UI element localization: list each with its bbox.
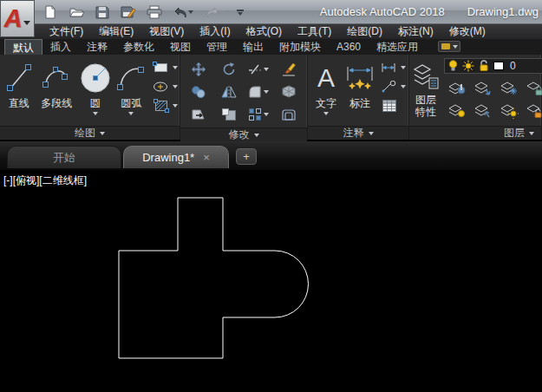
- save-as-button[interactable]: [118, 3, 139, 22]
- array-dropdown-caret[interactable]: [264, 113, 269, 116]
- file-tab-drawing1[interactable]: Drawing1* ×: [123, 146, 229, 168]
- layer-unlock-all-button[interactable]: [522, 100, 542, 122]
- menu-insert[interactable]: 插入(I): [192, 24, 238, 39]
- application-menu-caret: [23, 21, 30, 25]
- application-menu-button[interactable]: A: [0, 0, 35, 37]
- circle-tool-button[interactable]: 圆: [77, 56, 114, 126]
- linear-dimension-button[interactable]: [381, 60, 406, 75]
- menu-file[interactable]: 文件(F): [42, 24, 91, 39]
- qat-customize-button[interactable]: [232, 3, 248, 22]
- draw-panel-label[interactable]: 绘图: [0, 126, 180, 140]
- menu-edit[interactable]: 编辑(E): [91, 24, 141, 39]
- arc-dropdown-caret[interactable]: [128, 112, 134, 115]
- drawing-canvas[interactable]: [-][俯视][二维线框]: [0, 170, 542, 392]
- ribbon-tab-addins[interactable]: 附加模块: [271, 39, 329, 55]
- undo-button[interactable]: [170, 3, 196, 22]
- line-label: 直线: [9, 97, 29, 109]
- modify-panel-label[interactable]: 修改: [180, 127, 307, 141]
- circle-label: 圆: [90, 97, 101, 109]
- ribbon-tab-parametric[interactable]: 参数化: [115, 39, 162, 55]
- ribbon-tab-bar: 默认 插入 注释 参数化 视图 管理 输出 附加模块 A360 精选应用: [0, 39, 542, 55]
- redo-dropdown-caret[interactable]: [219, 10, 225, 14]
- rotate-tool-button[interactable]: [214, 58, 245, 81]
- viewport-view-control[interactable]: [俯视]: [13, 174, 40, 186]
- menu-draw[interactable]: 绘图(D): [339, 24, 390, 39]
- arc-label: 圆弧: [121, 97, 141, 109]
- annotate-panel-label[interactable]: 注释: [308, 126, 408, 140]
- erase-tool-button[interactable]: [274, 58, 304, 81]
- viewport-menu-control[interactable]: [-]: [3, 174, 13, 186]
- layer-freeze-button[interactable]: [496, 77, 522, 100]
- layer-select-combo[interactable]: 0: [444, 58, 542, 74]
- trim-tool-button[interactable]: [244, 58, 274, 81]
- ribbon-tab-featured-apps[interactable]: 精选应用: [369, 39, 426, 55]
- array-tool-button[interactable]: [244, 103, 274, 126]
- ribbon-tab-annotate[interactable]: 注释: [79, 39, 115, 55]
- ellipse-tool-button[interactable]: [153, 79, 178, 95]
- ribbon-tab-a360[interactable]: A360: [329, 39, 369, 55]
- ribbon-tab-home[interactable]: 默认: [4, 39, 42, 55]
- ribbon-display-toggle[interactable]: [438, 41, 460, 52]
- drawing-shape-path[interactable]: [119, 198, 309, 358]
- table-button[interactable]: [381, 98, 406, 114]
- layer-lock-button[interactable]: [522, 77, 542, 100]
- layer-match-button[interactable]: [470, 100, 496, 122]
- circle-dropdown-caret[interactable]: [93, 112, 98, 115]
- open-file-button[interactable]: [66, 3, 87, 22]
- ribbon-tab-manage[interactable]: 管理: [199, 39, 235, 55]
- ribbon-tab-output[interactable]: 输出: [235, 39, 271, 55]
- leader-icon: [381, 81, 398, 93]
- ribbon-tab-view[interactable]: 视图: [162, 39, 199, 55]
- text-tool-button[interactable]: A 文字: [310, 56, 343, 126]
- offset-tool-button[interactable]: [274, 103, 304, 126]
- fillet-dropdown-caret[interactable]: [264, 90, 269, 94]
- rectangle-dropdown-caret[interactable]: [173, 66, 178, 69]
- save-button[interactable]: [92, 3, 113, 22]
- layer-thaw-all-button[interactable]: [496, 100, 522, 122]
- plot-button[interactable]: [144, 3, 165, 22]
- line-tool-button[interactable]: 直线: [2, 56, 36, 126]
- menu-view[interactable]: 视图(V): [141, 24, 192, 39]
- stretch-tool-button[interactable]: [184, 103, 214, 126]
- hatch-tool-button[interactable]: [153, 98, 178, 114]
- file-tab-start[interactable]: 开始: [7, 146, 121, 168]
- explode-tool-button[interactable]: [274, 81, 304, 103]
- layers-panel-expand-caret: [529, 132, 534, 135]
- mirror-tool-button[interactable]: [214, 81, 245, 103]
- new-file-button[interactable]: [40, 3, 61, 22]
- ellipse-dropdown-caret[interactable]: [173, 85, 178, 88]
- layer-isolate-button[interactable]: [470, 77, 496, 100]
- redo-button[interactable]: [201, 3, 227, 22]
- rectangle-tool-button[interactable]: [153, 60, 178, 75]
- viewport-visual-style-control[interactable]: [二维线框]: [39, 174, 87, 186]
- layers-panel-label-text: 图层: [504, 126, 525, 140]
- arc-tool-button[interactable]: 圆弧: [113, 56, 149, 126]
- make-object-layer-current-button[interactable]: [444, 77, 470, 100]
- ribbon-tab-insert[interactable]: 插入: [42, 39, 79, 55]
- hatch-dropdown-caret[interactable]: [173, 104, 178, 108]
- offset-icon: [281, 108, 297, 121]
- trim-dropdown-caret[interactable]: [264, 68, 269, 71]
- menu-tools[interactable]: 工具(T): [290, 24, 339, 39]
- layer-match-icon: [473, 103, 493, 119]
- polyline-tool-button[interactable]: 多段线: [36, 56, 77, 126]
- move-tool-button[interactable]: [184, 58, 214, 81]
- layers-panel-label[interactable]: 图层: [409, 126, 541, 140]
- layer-properties-button[interactable]: 图层 特性: [411, 56, 441, 126]
- scale-tool-button[interactable]: [214, 103, 245, 126]
- leader-button[interactable]: [381, 79, 406, 95]
- fillet-tool-button[interactable]: [244, 81, 274, 103]
- undo-dropdown-caret[interactable]: [188, 10, 193, 14]
- copy-tool-button[interactable]: [184, 81, 214, 103]
- dimension-tool-button[interactable]: 标注: [343, 56, 377, 126]
- menu-modify[interactable]: 修改(M): [441, 24, 493, 39]
- layer-make-current-button[interactable]: [444, 100, 470, 122]
- file-tab-close-icon[interactable]: ×: [203, 152, 210, 163]
- menu-format[interactable]: 格式(O): [238, 24, 290, 39]
- menu-dimension[interactable]: 标注(N): [390, 24, 441, 39]
- new-drawing-tab-button[interactable]: +: [236, 148, 257, 165]
- leader-caret[interactable]: [401, 85, 406, 88]
- text-dropdown-caret[interactable]: [323, 112, 329, 115]
- layers-panel: 图层 特性: [409, 55, 542, 140]
- linear-dimension-caret[interactable]: [401, 66, 406, 69]
